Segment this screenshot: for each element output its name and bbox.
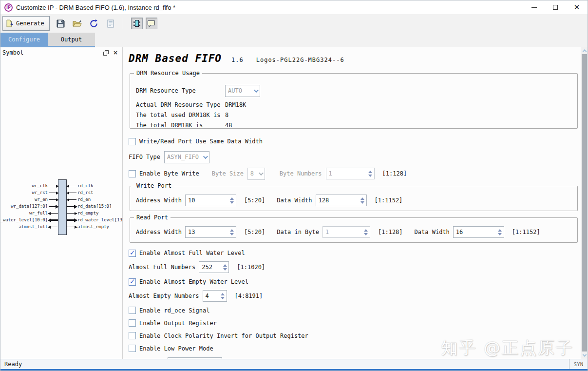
spinner-arrows[interactable] (228, 195, 236, 206)
write-address-width-spinner[interactable]: 10 (185, 195, 236, 206)
vertical-scrollbar[interactable] (581, 47, 588, 359)
byte-size-value: 8 (250, 170, 256, 177)
port-label: rd_data[15:0] (77, 204, 112, 209)
reset-button[interactable] (89, 18, 99, 29)
fifo-type-select[interactable]: ASYN_FIFO (164, 151, 209, 163)
low-power-option[interactable]: Enable Low Power Mode (129, 344, 575, 352)
scrollbar-thumb[interactable] (582, 54, 587, 351)
close-panel-button[interactable]: × (112, 49, 119, 56)
port-wire (67, 213, 76, 214)
clock-polarity-checkbox[interactable] (129, 332, 136, 339)
drm-resource-type-select[interactable]: AUTO (225, 85, 260, 97)
read-data-range: [1:1152] (512, 229, 540, 235)
close-button[interactable]: ✕ (566, 0, 588, 14)
write-data-width-value[interactable]: 128 (316, 197, 359, 204)
group-title: DRM Resource Usage (134, 70, 202, 77)
float-icon (103, 50, 109, 56)
generate-label: Generate (16, 20, 44, 27)
byte-write-row: Enable Byte Write Byte Size 8 Byte Numbe… (129, 167, 575, 180)
toolbar-separator (123, 18, 123, 29)
read-address-width-spinner[interactable]: 13 (185, 226, 236, 238)
report-button[interactable] (105, 18, 116, 29)
speech-bubble-icon (147, 20, 155, 27)
chevron-down-icon (583, 352, 587, 356)
ip-version: 1.6 (231, 57, 244, 63)
same-data-width-option[interactable]: Write/Read Port Use Same Data Width (129, 137, 575, 146)
tab-configure[interactable]: Configure (0, 33, 48, 46)
fifo-type-label: FIFO Type (129, 154, 160, 160)
almost-empty-label: Enable Almost Empty Water Level (139, 278, 248, 285)
status-bar: Ready SYN (0, 359, 588, 369)
scroll-down-button[interactable] (581, 352, 588, 359)
read-address-range: [5:20] (244, 229, 265, 235)
minimize-button[interactable] (523, 0, 545, 14)
read-data-width-value[interactable]: 16 (454, 229, 496, 235)
status-message: Ready (0, 361, 569, 368)
open-folder-icon (73, 20, 82, 27)
reset-type-select[interactable]: ASYNC (168, 357, 222, 359)
fifo-block (58, 179, 67, 235)
chevron-down-icon (203, 154, 208, 159)
save-button[interactable] (56, 18, 66, 29)
rd-oce-option[interactable]: Enable rd_oce Signal (129, 306, 575, 314)
spinner-arrows[interactable] (228, 227, 236, 237)
output-register-option[interactable]: Enable Output Register (129, 319, 575, 327)
read-address-width-value[interactable]: 13 (186, 229, 228, 235)
tab-underline (0, 46, 95, 47)
port-wire (49, 227, 58, 227)
scroll-up-button[interactable] (581, 47, 588, 54)
data-in-byte-range: [1:128] (378, 229, 403, 235)
almost-full-checkbox[interactable] (129, 250, 136, 257)
write-data-width-spinner[interactable]: 128 (316, 195, 367, 206)
almost-full-option[interactable]: Enable Almost Full Water Level (129, 249, 575, 257)
almost-full-numbers-value[interactable]: 252 (199, 264, 221, 271)
open-button[interactable] (72, 18, 83, 29)
close-icon: ✕ (574, 3, 580, 12)
low-power-checkbox[interactable] (129, 345, 136, 352)
almost-empty-checkbox[interactable] (129, 278, 136, 286)
drm-resource-type-value: AUTO (228, 87, 251, 94)
write-port-group: Write Port Address Width 10 [5:20] Data … (130, 186, 578, 211)
port-label: wr_data[127:0] (11, 204, 48, 209)
almost-full-numbers-row: Almost Full Numbers 252 [1:1020] (129, 261, 575, 273)
output-register-checkbox[interactable] (129, 319, 136, 327)
symbol-diagram: wr_clk wr_rst wr_en wr_data[127:0] wr_fu… (0, 57, 122, 359)
close-panel-icon: × (113, 49, 118, 56)
tab-bar: Configure Output (0, 33, 588, 47)
write-address-width-value[interactable]: 10 (186, 197, 228, 204)
device-name: Logos-PGL22G-MBG324--6 (256, 57, 344, 63)
port-label: rd_rst (77, 190, 94, 195)
symbol-toggle-button[interactable] (131, 18, 143, 29)
same-data-width-label: Write/Read Port Use Same Data Width (139, 138, 263, 145)
almost-empty-numbers-value[interactable]: 4 (203, 293, 219, 299)
status-mode: SYN (569, 359, 588, 369)
port-wire (67, 199, 76, 200)
port-label: almost_full (19, 224, 48, 229)
data-in-byte-spinner: 1 (322, 226, 370, 238)
generate-button[interactable]: Generate (2, 16, 50, 31)
float-panel-button[interactable] (102, 49, 110, 56)
almost-empty-range: [4:8191] (235, 293, 263, 299)
byte-numbers-value: 1 (326, 170, 367, 177)
spinner-arrows (362, 227, 370, 237)
spinner-arrows[interactable] (496, 227, 504, 237)
same-data-width-checkbox[interactable] (129, 138, 136, 145)
clock-polarity-option[interactable]: Enable Clock Polarity Invert for Output … (129, 332, 575, 340)
titlebar: IP Customize IP - DRM Based FIFO (1.6), … (0, 0, 588, 14)
tab-output[interactable]: Output (48, 33, 95, 46)
almost-full-numbers-spinner[interactable]: 252 (199, 261, 229, 273)
almost-empty-numbers-spinner[interactable]: 4 (203, 290, 227, 302)
maximize-button[interactable] (545, 0, 566, 14)
spinner-arrows[interactable] (221, 262, 228, 273)
almost-full-range: [1:1020] (237, 264, 265, 271)
spinner-arrows[interactable] (359, 195, 366, 206)
almost-empty-option[interactable]: Enable Almost Empty Water Level (129, 277, 575, 286)
configure-page: DRM Based FIFO 1.6 Logos-PGL22G-MBG324--… (123, 47, 588, 359)
read-data-width-spinner[interactable]: 16 (453, 226, 504, 238)
ip-logo-icon: IP (4, 3, 13, 12)
info-row: Actual DRM Resourse Type DRM18K (136, 99, 577, 110)
comments-toggle-button[interactable] (146, 18, 157, 29)
rd-oce-checkbox[interactable] (129, 307, 136, 314)
enable-byte-write-checkbox[interactable] (129, 170, 136, 177)
spinner-arrows[interactable] (219, 291, 227, 301)
